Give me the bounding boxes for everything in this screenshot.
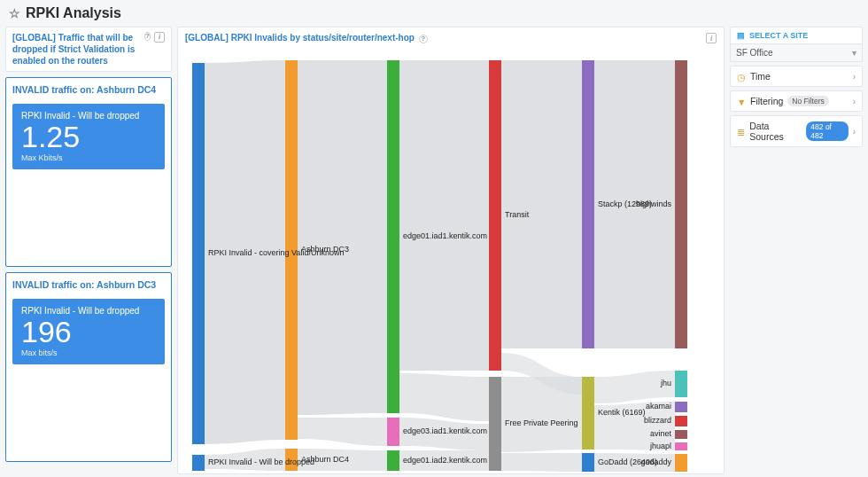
metric-unit: Max Kbits/s <box>21 153 156 162</box>
svg-rect-11 <box>582 453 594 472</box>
page-title: RPKI Analysis <box>26 5 121 21</box>
sankey-node-label: jhuapl <box>650 442 671 450</box>
global-drop-panel: [GLOBAL] Traffic that will be dropped if… <box>5 27 172 72</box>
svg-rect-17 <box>675 442 687 450</box>
global-drop-title: [GLOBAL] Traffic that will be dropped if… <box>12 32 143 66</box>
svg-rect-7 <box>489 60 501 371</box>
invalid-panel-heading: INVALID traffic on: Ashburn DC3 <box>12 278 165 293</box>
site-select-label: SELECT A SITE <box>749 31 808 40</box>
svg-rect-16 <box>675 430 687 439</box>
svg-rect-12 <box>675 60 687 348</box>
svg-rect-18 <box>675 454 687 472</box>
info-icon[interactable]: i <box>154 32 165 43</box>
metric-value: 1.25 <box>21 121 156 153</box>
datasource-icon: ≣ <box>737 127 745 136</box>
help-icon[interactable]: ? <box>419 35 428 43</box>
sankey-node-label: edge01.iad2.kentik.com <box>403 456 487 465</box>
left-column: [GLOBAL] Traffic that will be dropped if… <box>5 27 172 474</box>
sankey-node-label: akamai <box>646 402 671 411</box>
sankey-node-label: RPKI Invalid - Will be dropped <box>208 457 314 466</box>
filtering-badge: No Filters <box>787 96 828 106</box>
datasources-label: Data Sources <box>749 121 802 142</box>
datasources-badge: 482 of 482 <box>806 121 848 141</box>
sankey-node-label: Transit <box>505 210 529 219</box>
chevron-right-icon: › <box>853 127 856 137</box>
datasources-filter[interactable]: ≣ Data Sources 482 of 482 › <box>730 115 863 147</box>
main-panel-title: [GLOBAL] RPKI Invalids by status/site/ro… <box>185 33 415 43</box>
sankey-node-label: highwinds <box>636 199 671 208</box>
sankey-node-label: blizzard <box>644 416 671 425</box>
right-sidebar: ▤ SELECT A SITE SF Office ▾ ◷ Time › ▼ F… <box>730 27 863 474</box>
svg-rect-10 <box>582 377 594 450</box>
site-icon: ▤ <box>737 31 746 40</box>
help-icon[interactable]: ? <box>144 32 151 41</box>
metric-unit: Max bits/s <box>21 348 156 357</box>
invalid-panel-dc3[interactable]: INVALID traffic on: Ashburn DC3 RPKI Inv… <box>5 272 172 462</box>
time-label: Time <box>750 71 771 82</box>
chevron-right-icon: › <box>853 97 856 106</box>
svg-rect-1 <box>192 455 205 471</box>
svg-rect-4 <box>387 60 399 413</box>
info-icon[interactable]: i <box>706 33 717 43</box>
sankey-node-label: edge01.iad1.kentik.com <box>403 231 487 240</box>
favorite-star-icon[interactable]: ☆ <box>9 6 20 20</box>
time-filter[interactable]: ◷ Time › <box>730 66 863 87</box>
site-selector: ▤ SELECT A SITE SF Office ▾ <box>730 27 863 62</box>
invalid-panel-dc4[interactable]: INVALID traffic on: Ashburn DC4 RPKI Inv… <box>5 77 172 267</box>
svg-rect-13 <box>675 371 687 397</box>
svg-rect-6 <box>387 450 399 471</box>
metric-value: 196 <box>21 316 156 348</box>
filter-icon: ▼ <box>737 97 746 106</box>
sankey-node-label: Ashburn DC3 <box>301 245 349 254</box>
sankey-node-label: avinet <box>650 429 671 438</box>
clock-icon: ◷ <box>737 72 746 81</box>
page-header: ☆ RPKI Analysis <box>0 0 868 27</box>
svg-rect-8 <box>489 377 501 471</box>
sankey-node-label: Ashburn DC4 <box>301 455 349 464</box>
chevron-down-icon: ▾ <box>852 48 856 58</box>
svg-rect-9 <box>582 60 594 348</box>
filtering-filter[interactable]: ▼ Filtering No Filters › <box>730 90 863 112</box>
sankey-node-label: jhu <box>661 379 671 387</box>
svg-rect-15 <box>675 416 687 426</box>
invalid-panel-heading: INVALID traffic on: Ashburn DC4 <box>12 82 165 98</box>
metric-card-dc4: RPKI Invalid - Will be dropped 1.25 Max … <box>12 104 165 169</box>
main-panel: [GLOBAL] RPKI Invalids by status/site/ro… <box>177 27 725 474</box>
sankey-node-label: Free Private Peering <box>505 418 578 427</box>
sankey-chart[interactable]: RPKI Invalid - covering Valid/UnknownRPK… <box>183 47 718 473</box>
svg-rect-0 <box>192 63 205 444</box>
sankey-node-label: godaddy <box>640 457 671 466</box>
svg-rect-5 <box>387 418 399 446</box>
svg-rect-14 <box>675 402 687 412</box>
sankey-node-label: Kentik (6169) <box>598 408 646 417</box>
chevron-right-icon: › <box>853 72 856 82</box>
sankey-node-label: edge03.iad1.kentik.com <box>403 426 487 435</box>
metric-card-dc3: RPKI Invalid - Will be dropped 196 Max b… <box>12 299 165 364</box>
filtering-label: Filtering <box>750 96 783 106</box>
site-dropdown[interactable]: SF Office ▾ <box>730 44 863 62</box>
site-selected: SF Office <box>736 48 773 58</box>
